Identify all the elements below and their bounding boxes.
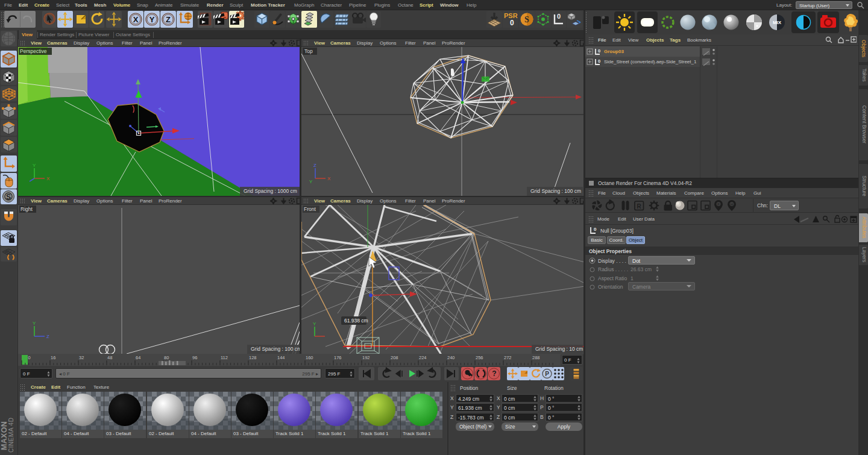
svg-text:112: 112: [221, 355, 228, 360]
svg-text:80: 80: [164, 355, 169, 360]
svg-text:256: 256: [476, 355, 483, 360]
svg-text:Y: Y: [313, 321, 316, 327]
svg-text:X: X: [327, 176, 331, 181]
svg-text:Grid Spacing : 1000 cm: Grid Spacing : 1000 cm: [244, 188, 297, 194]
svg-text:208: 208: [391, 355, 398, 360]
svg-text:224: 224: [419, 355, 427, 360]
svg-text:0: 0: [598, 48, 600, 54]
svg-text:32: 32: [79, 355, 84, 360]
svg-text:Grid Spacing : 100 cm: Grid Spacing : 100 cm: [251, 346, 300, 352]
svg-text:16: 16: [51, 355, 55, 360]
svg-text:0: 0: [28, 355, 31, 360]
svg-text:272: 272: [504, 355, 512, 360]
svg-text:Y: Y: [33, 321, 36, 326]
svg-text:H: H: [731, 202, 733, 206]
svg-text:0: 0: [510, 19, 514, 27]
svg-text:P: P: [545, 371, 549, 377]
svg-text:Right: Right: [20, 206, 33, 212]
svg-text:240: 240: [447, 355, 455, 360]
svg-text:R: R: [637, 203, 642, 210]
svg-text:S: S: [6, 193, 11, 201]
svg-text:0: 0: [594, 227, 597, 232]
svg-text:61.938 cm: 61.938 cm: [344, 318, 368, 324]
svg-text:Grid Spacing : 100 cm: Grid Spacing : 100 cm: [530, 188, 581, 194]
svg-text:48: 48: [107, 355, 112, 360]
svg-text:Z: Z: [313, 163, 316, 168]
svg-text:Perspective: Perspective: [20, 48, 47, 54]
svg-text:128: 128: [249, 355, 257, 360]
svg-text:Front: Front: [304, 206, 316, 212]
svg-text:Grid Spacing : 10 cm: Grid Spacing : 10 cm: [535, 346, 583, 352]
svg-text:192: 192: [362, 355, 370, 360]
svg-text:Y: Y: [309, 179, 313, 184]
svg-text:288: 288: [532, 355, 540, 360]
svg-text:64: 64: [136, 355, 140, 360]
svg-text:160: 160: [306, 355, 313, 360]
svg-text:Z: Z: [46, 334, 49, 339]
svg-text:X: X: [133, 15, 139, 24]
svg-text:MIX: MIX: [773, 20, 782, 25]
svg-text:96: 96: [192, 355, 197, 360]
svg-text:F: F: [717, 202, 720, 206]
svg-text:Top: Top: [304, 48, 313, 54]
svg-text:176: 176: [334, 355, 342, 360]
svg-text:S: S: [524, 15, 529, 24]
svg-text:Y: Y: [33, 163, 36, 168]
svg-text:144: 144: [277, 355, 285, 360]
svg-text:0: 0: [598, 58, 600, 64]
svg-text:?: ?: [492, 369, 496, 378]
svg-text:X: X: [46, 176, 50, 181]
svg-text:Y: Y: [149, 15, 155, 24]
svg-text:Z: Z: [166, 15, 171, 24]
svg-text:0: 0: [557, 13, 561, 20]
